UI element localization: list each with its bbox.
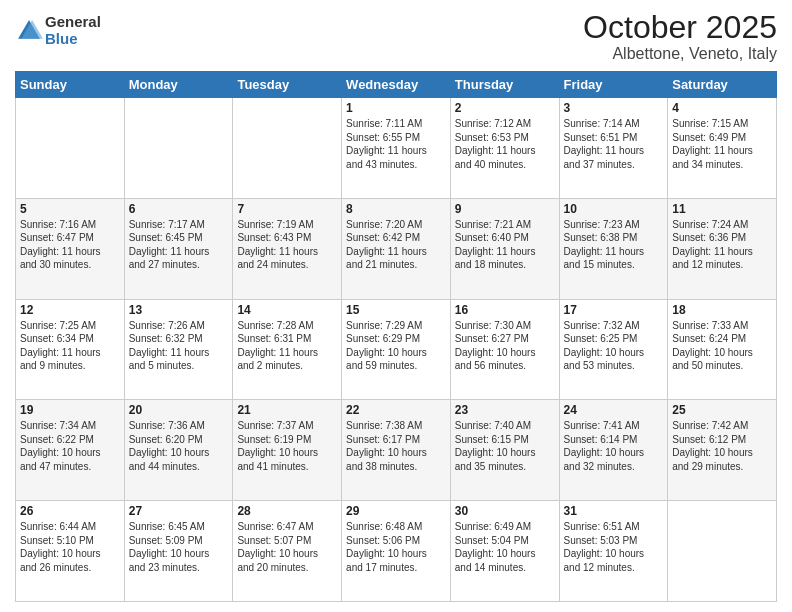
day-info: Sunrise: 7:21 AM Sunset: 6:40 PM Dayligh… [455,218,555,272]
day-info: Sunrise: 7:30 AM Sunset: 6:27 PM Dayligh… [455,319,555,373]
day-info: Sunrise: 7:26 AM Sunset: 6:32 PM Dayligh… [129,319,229,373]
day-number: 3 [564,101,664,115]
day-info: Sunrise: 7:20 AM Sunset: 6:42 PM Dayligh… [346,218,446,272]
day-number: 16 [455,303,555,317]
calendar-cell-2-5: 9Sunrise: 7:21 AM Sunset: 6:40 PM Daylig… [450,198,559,299]
calendar-cell-3-7: 18Sunrise: 7:33 AM Sunset: 6:24 PM Dayli… [668,299,777,400]
calendar-cell-1-7: 4Sunrise: 7:15 AM Sunset: 6:49 PM Daylig… [668,98,777,199]
header: General Blue October 2025 Albettone, Ven… [15,10,777,63]
day-info: Sunrise: 6:49 AM Sunset: 5:04 PM Dayligh… [455,520,555,574]
calendar-cell-2-2: 6Sunrise: 7:17 AM Sunset: 6:45 PM Daylig… [124,198,233,299]
logo-general: General [45,13,101,30]
main-title: October 2025 [583,10,777,45]
day-info: Sunrise: 7:24 AM Sunset: 6:36 PM Dayligh… [672,218,772,272]
subtitle: Albettone, Veneto, Italy [583,45,777,63]
calendar-cell-3-3: 14Sunrise: 7:28 AM Sunset: 6:31 PM Dayli… [233,299,342,400]
day-number: 2 [455,101,555,115]
day-info: Sunrise: 7:14 AM Sunset: 6:51 PM Dayligh… [564,117,664,171]
day-info: Sunrise: 7:23 AM Sunset: 6:38 PM Dayligh… [564,218,664,272]
day-info: Sunrise: 7:17 AM Sunset: 6:45 PM Dayligh… [129,218,229,272]
logo-text: General Blue [45,14,101,47]
day-number: 21 [237,403,337,417]
calendar-cell-1-4: 1Sunrise: 7:11 AM Sunset: 6:55 PM Daylig… [342,98,451,199]
day-number: 29 [346,504,446,518]
day-info: Sunrise: 7:29 AM Sunset: 6:29 PM Dayligh… [346,319,446,373]
calendar-cell-5-6: 31Sunrise: 6:51 AM Sunset: 5:03 PM Dayli… [559,501,668,602]
day-number: 20 [129,403,229,417]
calendar-cell-2-1: 5Sunrise: 7:16 AM Sunset: 6:47 PM Daylig… [16,198,125,299]
calendar-cell-5-1: 26Sunrise: 6:44 AM Sunset: 5:10 PM Dayli… [16,501,125,602]
day-number: 18 [672,303,772,317]
calendar-week-3: 12Sunrise: 7:25 AM Sunset: 6:34 PM Dayli… [16,299,777,400]
calendar-cell-3-2: 13Sunrise: 7:26 AM Sunset: 6:32 PM Dayli… [124,299,233,400]
day-info: Sunrise: 7:36 AM Sunset: 6:20 PM Dayligh… [129,419,229,473]
calendar-cell-1-2 [124,98,233,199]
calendar-cell-2-6: 10Sunrise: 7:23 AM Sunset: 6:38 PM Dayli… [559,198,668,299]
day-info: Sunrise: 7:16 AM Sunset: 6:47 PM Dayligh… [20,218,120,272]
calendar-cell-4-6: 24Sunrise: 7:41 AM Sunset: 6:14 PM Dayli… [559,400,668,501]
day-info: Sunrise: 7:12 AM Sunset: 6:53 PM Dayligh… [455,117,555,171]
calendar-cell-4-4: 22Sunrise: 7:38 AM Sunset: 6:17 PM Dayli… [342,400,451,501]
calendar-cell-1-5: 2Sunrise: 7:12 AM Sunset: 6:53 PM Daylig… [450,98,559,199]
header-wednesday: Wednesday [342,72,451,98]
day-info: Sunrise: 7:33 AM Sunset: 6:24 PM Dayligh… [672,319,772,373]
day-number: 5 [20,202,120,216]
calendar-header-row: Sunday Monday Tuesday Wednesday Thursday… [16,72,777,98]
calendar-week-5: 26Sunrise: 6:44 AM Sunset: 5:10 PM Dayli… [16,501,777,602]
day-number: 7 [237,202,337,216]
day-number: 8 [346,202,446,216]
day-info: Sunrise: 6:51 AM Sunset: 5:03 PM Dayligh… [564,520,664,574]
day-info: Sunrise: 6:44 AM Sunset: 5:10 PM Dayligh… [20,520,120,574]
day-info: Sunrise: 6:45 AM Sunset: 5:09 PM Dayligh… [129,520,229,574]
day-number: 4 [672,101,772,115]
day-info: Sunrise: 6:47 AM Sunset: 5:07 PM Dayligh… [237,520,337,574]
day-info: Sunrise: 7:38 AM Sunset: 6:17 PM Dayligh… [346,419,446,473]
logo-blue: Blue [45,30,78,47]
day-info: Sunrise: 7:34 AM Sunset: 6:22 PM Dayligh… [20,419,120,473]
calendar-cell-5-4: 29Sunrise: 6:48 AM Sunset: 5:06 PM Dayli… [342,501,451,602]
calendar-cell-1-6: 3Sunrise: 7:14 AM Sunset: 6:51 PM Daylig… [559,98,668,199]
day-info: Sunrise: 7:42 AM Sunset: 6:12 PM Dayligh… [672,419,772,473]
header-sunday: Sunday [16,72,125,98]
day-number: 27 [129,504,229,518]
day-number: 30 [455,504,555,518]
day-number: 17 [564,303,664,317]
calendar-cell-2-7: 11Sunrise: 7:24 AM Sunset: 6:36 PM Dayli… [668,198,777,299]
page: General Blue October 2025 Albettone, Ven… [0,0,792,612]
header-saturday: Saturday [668,72,777,98]
day-info: Sunrise: 6:48 AM Sunset: 5:06 PM Dayligh… [346,520,446,574]
header-friday: Friday [559,72,668,98]
day-number: 26 [20,504,120,518]
header-monday: Monday [124,72,233,98]
calendar-cell-3-5: 16Sunrise: 7:30 AM Sunset: 6:27 PM Dayli… [450,299,559,400]
calendar-cell-1-1 [16,98,125,199]
day-number: 23 [455,403,555,417]
calendar-cell-1-3 [233,98,342,199]
day-info: Sunrise: 7:37 AM Sunset: 6:19 PM Dayligh… [237,419,337,473]
header-thursday: Thursday [450,72,559,98]
calendar-cell-3-1: 12Sunrise: 7:25 AM Sunset: 6:34 PM Dayli… [16,299,125,400]
day-info: Sunrise: 7:32 AM Sunset: 6:25 PM Dayligh… [564,319,664,373]
calendar-table: Sunday Monday Tuesday Wednesday Thursday… [15,71,777,602]
day-number: 6 [129,202,229,216]
calendar-cell-4-7: 25Sunrise: 7:42 AM Sunset: 6:12 PM Dayli… [668,400,777,501]
day-number: 19 [20,403,120,417]
day-info: Sunrise: 7:25 AM Sunset: 6:34 PM Dayligh… [20,319,120,373]
logo-icon [15,17,43,45]
calendar-cell-5-2: 27Sunrise: 6:45 AM Sunset: 5:09 PM Dayli… [124,501,233,602]
day-number: 10 [564,202,664,216]
calendar-cell-4-3: 21Sunrise: 7:37 AM Sunset: 6:19 PM Dayli… [233,400,342,501]
day-number: 24 [564,403,664,417]
calendar-week-1: 1Sunrise: 7:11 AM Sunset: 6:55 PM Daylig… [16,98,777,199]
day-number: 25 [672,403,772,417]
calendar-cell-3-4: 15Sunrise: 7:29 AM Sunset: 6:29 PM Dayli… [342,299,451,400]
day-info: Sunrise: 7:19 AM Sunset: 6:43 PM Dayligh… [237,218,337,272]
day-number: 1 [346,101,446,115]
calendar-cell-5-3: 28Sunrise: 6:47 AM Sunset: 5:07 PM Dayli… [233,501,342,602]
day-info: Sunrise: 7:11 AM Sunset: 6:55 PM Dayligh… [346,117,446,171]
calendar-cell-5-5: 30Sunrise: 6:49 AM Sunset: 5:04 PM Dayli… [450,501,559,602]
day-info: Sunrise: 7:15 AM Sunset: 6:49 PM Dayligh… [672,117,772,171]
day-number: 13 [129,303,229,317]
day-number: 9 [455,202,555,216]
title-block: October 2025 Albettone, Veneto, Italy [583,10,777,63]
